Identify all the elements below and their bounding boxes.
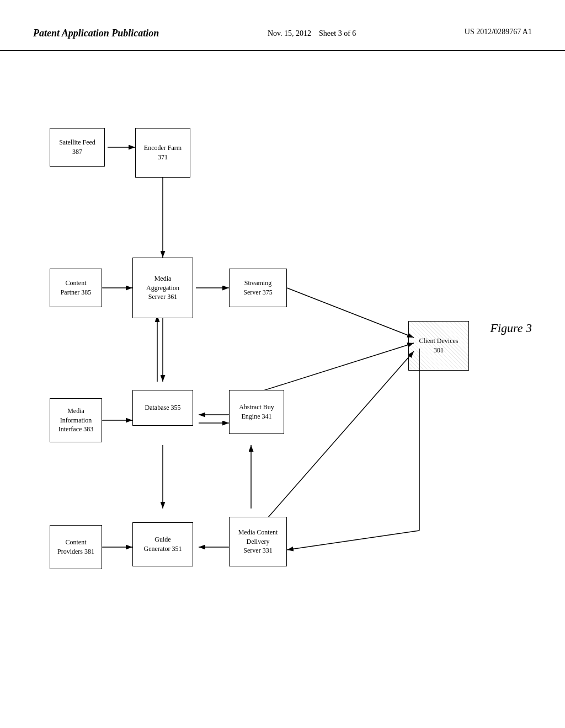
media-aggregation-box: Media Aggregation Server 361: [132, 258, 193, 318]
content-providers-box: Content Providers 381: [50, 525, 102, 569]
content-partner-box: Content Partner 385: [50, 269, 102, 307]
patent-number: US 2012/0289767 A1: [465, 28, 532, 36]
media-content-delivery-box: Media Content Delivery Server 331: [229, 517, 287, 566]
satellite-feed-box: Satellite Feed 387: [50, 128, 105, 167]
header-center: Nov. 15, 2012 Sheet 3 of 6: [268, 28, 356, 39]
abstract-buy-engine-box: Abstract Buy Engine 341: [229, 390, 284, 434]
header: Patent Application Publication Nov. 15, …: [0, 0, 565, 51]
figure-label: Figure 3: [490, 321, 532, 335]
date-sheet: Nov. 15, 2012 Sheet 3 of 6: [268, 29, 356, 38]
page: Patent Application Publication Nov. 15, …: [0, 0, 565, 728]
client-devices-box: Client Devices 301: [408, 321, 469, 371]
svg-line-16: [257, 351, 414, 531]
svg-line-12: [257, 343, 414, 393]
publication-title: Patent Application Publication: [33, 28, 159, 39]
encoder-farm-box: Encoder Farm 371: [135, 128, 190, 178]
guide-generator-box: Guide Generator 351: [132, 522, 193, 566]
database-box: Database 355: [132, 390, 193, 426]
streaming-server-box: Streaming Server 375: [229, 269, 287, 307]
svg-line-6: [287, 288, 414, 338]
media-info-interface-box: Media Information Interface 383: [50, 398, 102, 442]
svg-line-19: [287, 531, 419, 550]
diagram-area: Satellite Feed 387 Encoder Farm 371 Cont…: [0, 51, 565, 696]
